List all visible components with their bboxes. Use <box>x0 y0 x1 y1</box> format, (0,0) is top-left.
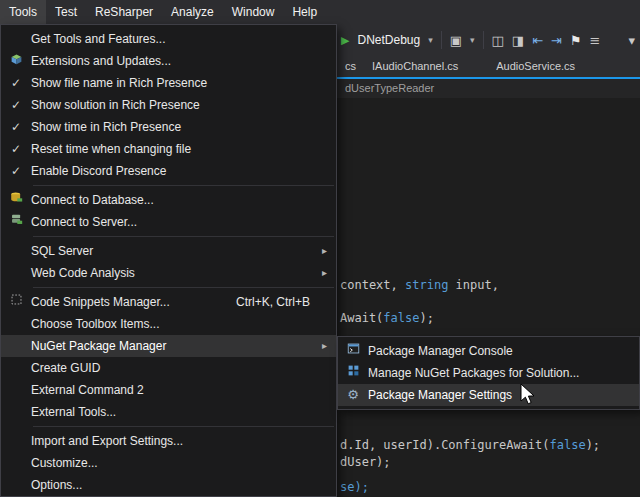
split-window-icon[interactable]: ◨ <box>512 34 524 47</box>
server-icon <box>1 211 31 233</box>
submenu-item-package-manager-console[interactable]: Package Manager Console <box>338 340 639 362</box>
tab-audioservice[interactable]: AudioService.cs <box>486 56 585 77</box>
code-line: dUser); <box>340 455 391 469</box>
menu-item-web-code-analysis[interactable]: Web Code Analysis <box>1 262 336 284</box>
menu-item-reset-time[interactable]: Reset time when changing file <box>1 138 336 160</box>
menubar-item-test[interactable]: Test <box>46 0 86 24</box>
tab-partial[interactable]: cs <box>339 56 362 77</box>
code-line: se); <box>340 480 369 494</box>
menubar-item-window[interactable]: Window <box>223 0 284 24</box>
menu-item-extensions-and-updates[interactable]: Extensions and Updates... <box>1 50 336 72</box>
check-icon <box>1 160 31 182</box>
toolbar-separator <box>441 31 442 49</box>
submenu-arrow-icon <box>322 335 327 357</box>
mouse-cursor <box>519 383 537 407</box>
menu-item-get-tools-and-features[interactable]: Get Tools and Features... <box>1 28 336 50</box>
menu-separator <box>33 287 334 288</box>
menu-item-enable-discord-presence[interactable]: Enable Discord Presence <box>1 160 336 182</box>
menu-item-import-and-export-settings[interactable]: Import and Export Settings... <box>1 430 336 452</box>
menu-separator <box>33 426 334 427</box>
menu-item-options[interactable]: Options... <box>1 474 336 496</box>
code-line: context, string input, <box>340 278 499 292</box>
menu-item-external-tools[interactable]: External Tools... <box>1 401 336 423</box>
toolbar-overflow-icon[interactable]: ▾ <box>628 34 640 47</box>
code-line: Await(false); <box>340 311 434 325</box>
packages-icon <box>338 362 368 384</box>
attach-caret-icon[interactable]: ▾ <box>470 35 475 45</box>
database-icon <box>1 189 31 211</box>
submenu-arrow-icon <box>322 240 327 262</box>
check-icon <box>1 72 31 94</box>
menu-item-choose-toolbox-items[interactable]: Choose Toolbox Items... <box>1 313 336 335</box>
menu-item-show-file-name[interactable]: Show file name in Rich Presence <box>1 72 336 94</box>
run-icon[interactable]: ▶ <box>341 34 349 47</box>
menu-bar: Tools Test ReSharper Analyze Window Help <box>0 0 640 24</box>
toolbar-separator <box>483 31 484 49</box>
menu-item-customize[interactable]: Customize... <box>1 452 336 474</box>
breadcrumb-type-label: dUserTypeReader <box>345 82 434 94</box>
menu-item-connect-to-database[interactable]: Connect to Database... <box>1 189 336 211</box>
menu-item-connect-to-server[interactable]: Connect to Server... <box>1 211 336 233</box>
check-icon <box>1 94 31 116</box>
menubar-item-analyze[interactable]: Analyze <box>162 0 223 24</box>
extensions-icon <box>1 50 31 72</box>
menubar-item-tools[interactable]: Tools <box>0 0 46 24</box>
menu-item-create-guid[interactable]: Create GUID <box>1 357 336 379</box>
attach-icon[interactable]: ▣ <box>450 34 462 47</box>
tools-menu: Get Tools and Features... Extensions and… <box>0 24 337 497</box>
menu-separator <box>33 185 334 186</box>
submenu-item-package-manager-settings[interactable]: ⚙ Package Manager Settings <box>338 384 639 406</box>
menu-item-external-command-2[interactable]: External Command 2 <box>1 379 336 401</box>
menu-item-nuget-package-manager[interactable]: NuGet Package Manager <box>1 335 336 357</box>
list-icon[interactable]: ≡ <box>590 34 601 47</box>
menubar-item-resharper[interactable]: ReSharper <box>86 0 162 24</box>
menubar-item-help[interactable]: Help <box>283 0 326 24</box>
submenu-arrow-icon <box>322 262 327 284</box>
submenu-item-manage-nuget-packages[interactable]: Manage NuGet Packages for Solution... <box>338 362 639 384</box>
new-window-icon[interactable]: ◫ <box>492 34 504 47</box>
shortcut-label: Ctrl+K, Ctrl+B <box>236 295 310 309</box>
indent-icon[interactable]: ⇥ <box>551 34 562 47</box>
menu-separator <box>33 236 334 237</box>
nuget-submenu: Package Manager Console Manage NuGet Pac… <box>337 336 640 410</box>
menu-item-sql-server[interactable]: SQL Server <box>1 240 336 262</box>
debug-target-caret-icon[interactable]: ▾ <box>428 35 433 45</box>
debug-target-label[interactable]: DNetDebug <box>357 33 420 47</box>
check-icon <box>1 116 31 138</box>
bookmark-icon[interactable]: ⚑ <box>570 34 582 47</box>
console-icon <box>338 340 368 362</box>
menu-item-show-time[interactable]: Show time in Rich Presence <box>1 116 336 138</box>
vs-window: Tools Test ReSharper Analyze Window Help… <box>0 0 640 497</box>
menu-item-code-snippets-manager[interactable]: Code Snippets Manager... Ctrl+K, Ctrl+B <box>1 291 336 313</box>
menu-item-show-solution[interactable]: Show solution in Rich Presence <box>1 94 336 116</box>
code-line: d.Id, userId).ConfigureAwait(false); <box>340 438 600 452</box>
outdent-icon[interactable]: ⇤ <box>532 34 543 47</box>
check-icon <box>1 138 31 160</box>
gear-icon: ⚙ <box>338 384 368 406</box>
snippets-icon <box>1 291 31 313</box>
tab-iaudiochannel[interactable]: IAudioChannel.cs <box>362 56 468 77</box>
